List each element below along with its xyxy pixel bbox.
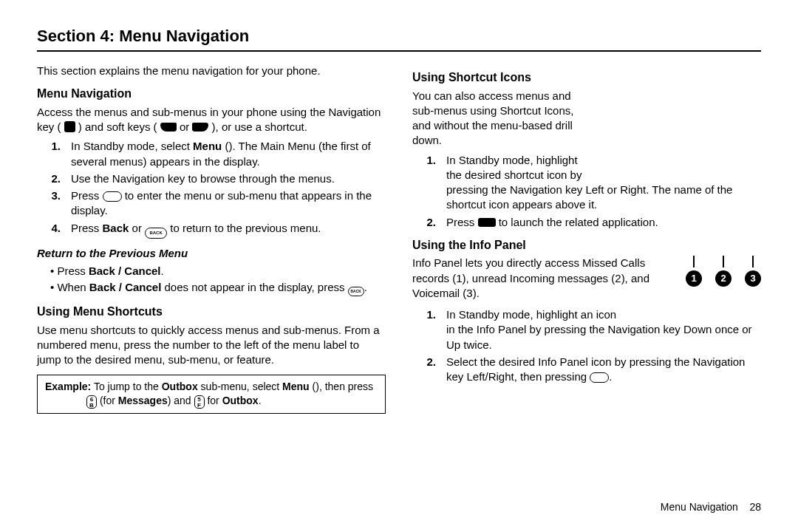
text: Press xyxy=(71,222,103,234)
section-title: Section 4: Menu Navigation xyxy=(37,27,761,46)
text: . xyxy=(364,281,367,293)
step-number: 2. xyxy=(412,215,446,230)
si-step-1: 1. In Standby mode, highlight the desire… xyxy=(412,153,761,213)
bullet-2: When Back / Cancel does not appear in th… xyxy=(50,280,386,296)
text: To jump to the xyxy=(91,381,161,392)
step-text: In Standby mode, select Menu (). The Mai… xyxy=(71,139,386,169)
text: (for xyxy=(100,395,118,406)
soft-key-icon xyxy=(478,218,496,227)
si-step-2: 2. Press to launch the related applicati… xyxy=(412,215,761,230)
example-line-2: 6B (for Messages) and 5F for Outbox. xyxy=(45,394,378,409)
menu-navigation-paragraph: Access the menus and sub-menus in your p… xyxy=(37,105,386,135)
step-text: Press to launch the related application. xyxy=(446,215,761,230)
text: pressing the Navigation key Left or Righ… xyxy=(446,183,732,211)
shortcut-icons-steps: 1. In Standby mode, highlight the desire… xyxy=(412,153,761,230)
bold: Back xyxy=(103,222,129,234)
info-panel-paragraph: Info Panel lets you directly access Miss… xyxy=(412,256,668,301)
two-column-layout: This section explains the menu navigatio… xyxy=(37,62,761,414)
callout-number: 3 xyxy=(745,270,761,287)
step-text: In Standby mode, highlight the desired s… xyxy=(446,153,761,213)
step-number: 3. xyxy=(37,188,71,203)
back-key-icon xyxy=(145,228,167,239)
text: or xyxy=(180,120,193,133)
soft-key-left-icon xyxy=(160,123,177,132)
callout-tick xyxy=(693,256,695,267)
text: In Standby mode, highlight the desired s… xyxy=(446,153,587,183)
callout-number: 1 xyxy=(686,270,702,287)
text: ) and soft keys ( xyxy=(78,120,157,133)
ip-step-1: 1. In Standby mode, highlight an icon in… xyxy=(412,307,761,352)
key-letter: B xyxy=(89,402,94,409)
manual-page: Section 4: Menu Navigation This section … xyxy=(0,0,798,532)
bold: Outbox xyxy=(162,381,198,392)
callout-number: 2 xyxy=(715,270,732,287)
text: Press xyxy=(446,216,478,228)
text: When xyxy=(57,281,89,293)
ok-key-icon xyxy=(103,191,122,202)
text: ( xyxy=(310,381,316,392)
example-label: Example: xyxy=(45,381,91,392)
bold: Back / Cancel xyxy=(89,281,162,293)
text: . xyxy=(259,395,262,406)
ip-step-2: 2. Select the desired Info Panel icon by… xyxy=(412,355,761,385)
text: ), or use a shortcut. xyxy=(212,120,307,133)
text: for xyxy=(207,395,222,406)
text: In Standby mode, select xyxy=(71,140,193,152)
back-key-icon xyxy=(348,287,364,296)
step-1: 1. In Standby mode, select Menu (). The … xyxy=(37,139,386,169)
page-footer: Menu Navigation 28 xyxy=(661,501,761,513)
step-text: Press to enter the menu or sub-menu that… xyxy=(71,188,386,219)
info-panel-row: Info Panel lets you directly access Miss… xyxy=(412,256,761,305)
text: sub-menu, select xyxy=(198,381,282,392)
soft-key-right-icon xyxy=(192,123,208,132)
step-number: 1. xyxy=(412,153,446,168)
bold: Back / Cancel xyxy=(89,265,161,277)
key-letter: F xyxy=(197,402,201,409)
ok-key-icon xyxy=(590,372,609,383)
text: Press xyxy=(57,265,89,277)
menu-shortcuts-heading: Using Menu Shortcuts xyxy=(37,304,386,320)
step-3: 3. Press to enter the menu or sub-menu t… xyxy=(37,188,386,219)
left-column: This section explains the menu navigatio… xyxy=(37,62,386,414)
text: ), then press xyxy=(316,381,373,392)
step-number: 4. xyxy=(37,221,71,236)
callout-2: 2 xyxy=(715,256,732,287)
step-text: Select the desired Info Panel icon by pr… xyxy=(446,355,761,385)
bold: Menu xyxy=(193,140,222,152)
shortcut-icons-heading: Using Shortcut Icons xyxy=(412,69,761,86)
text: does not appear in the display, press xyxy=(161,281,347,293)
callout-tick xyxy=(752,256,754,267)
step-4: 4. Press Back or to return to the previo… xyxy=(37,221,386,239)
return-bullets: Press Back / Cancel. When Back / Cancel … xyxy=(37,264,386,296)
menu-nav-steps: 1. In Standby mode, select Menu (). The … xyxy=(37,139,386,238)
intro-text: This section explains the menu navigatio… xyxy=(37,64,386,78)
footer-label: Menu Navigation xyxy=(661,501,738,513)
callout-1: 1 xyxy=(686,256,702,287)
bold: Menu xyxy=(282,381,310,392)
callout-3: 3 xyxy=(745,256,761,287)
bold: Outbox xyxy=(222,395,259,406)
text: In Standby mode, highlight an icon xyxy=(446,308,616,321)
example-box: Example: To jump to the Outbox sub-menu,… xyxy=(37,375,386,413)
text: Press xyxy=(71,189,103,202)
section-rule xyxy=(37,50,761,52)
return-previous-heading: Return to the Previous Menu xyxy=(37,246,386,261)
bold: Messages xyxy=(118,395,168,406)
step-number: 1. xyxy=(412,307,446,322)
callout-tick xyxy=(723,256,724,267)
text: ) and xyxy=(168,395,194,406)
step-number: 1. xyxy=(37,139,71,154)
info-panel-steps: 1. In Standby mode, highlight an icon in… xyxy=(412,307,761,384)
text: . xyxy=(161,265,164,277)
keypad-6-icon: 6B xyxy=(86,395,97,409)
shortcut-icons-paragraph: You can also access menus and sub-menus … xyxy=(412,89,590,149)
text: to launch the related application. xyxy=(496,216,658,228)
menu-shortcuts-paragraph: Use menu shortcuts to quickly access men… xyxy=(37,323,386,368)
menu-navigation-heading: Menu Navigation xyxy=(37,86,386,102)
step-text: Press Back or to return to the previous … xyxy=(71,221,386,239)
navigation-key-icon xyxy=(64,121,75,132)
page-number: 28 xyxy=(749,501,761,513)
text: to return to the previous menu. xyxy=(167,222,321,234)
keypad-5-icon: 5F xyxy=(194,395,205,409)
bullet-1: Press Back / Cancel. xyxy=(50,264,386,279)
